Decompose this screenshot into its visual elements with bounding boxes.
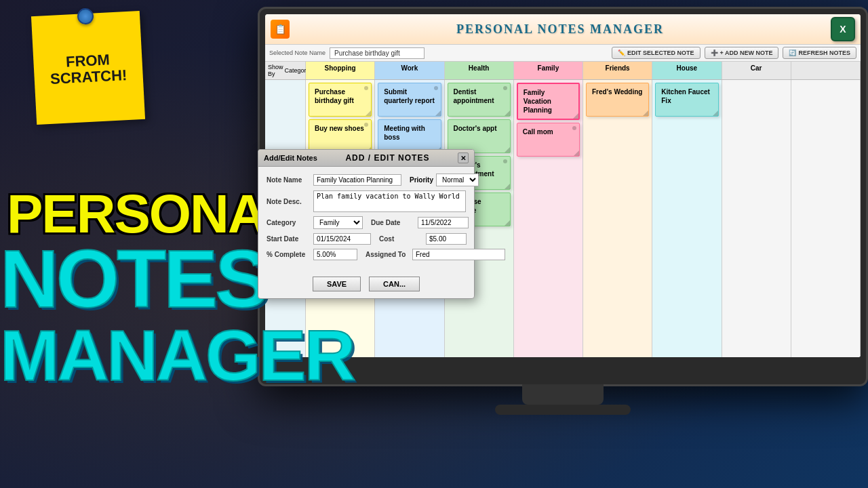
car-label: Car <box>751 64 762 72</box>
title-notes: NOTES <box>0 244 267 313</box>
note-quarterly-report[interactable]: Submit quarterly report <box>378 83 441 117</box>
excel-badge-text: X <box>840 24 846 35</box>
note-desc-input[interactable]: Plan family vacation to Wally World <box>313 190 466 212</box>
note-call-mom[interactable]: Call mom <box>517 123 580 157</box>
note-dot <box>503 86 507 90</box>
note-meeting-boss[interactable]: Meeting with boss <box>378 119 441 153</box>
note-text: Call mom <box>523 128 553 136</box>
category-select[interactable]: Family Shopping Work Health Friends Hous… <box>313 216 363 229</box>
category-extra <box>791 62 861 79</box>
note-dot <box>503 159 507 163</box>
title-manager-container: MANAGER <box>0 325 353 386</box>
category-shopping[interactable]: Shopping <box>306 62 375 79</box>
due-date-label: Due Date <box>371 219 415 226</box>
dialog-titlebar: Add/Edit Notes ADD / EDIT NOTES ✕ <box>258 150 474 167</box>
note-text: Kitchen Faucet Fix <box>661 88 710 104</box>
refresh-notes-button[interactable]: 🔄 REFRESH NOTES <box>783 47 856 59</box>
note-desc-label: Note Desc. <box>267 198 311 205</box>
app-icon: 📋 <box>271 20 290 39</box>
note-dentist[interactable]: Dentist appointment <box>448 83 511 117</box>
note-doctor-appt[interactable]: Doctor's appt <box>448 119 511 153</box>
car-column <box>722 80 791 357</box>
note-text: Buy new shoes <box>315 125 364 132</box>
due-date-input[interactable] <box>418 217 469 228</box>
friends-column: Fred's Wedding <box>583 80 652 357</box>
refresh-btn-label: REFRESH NOTES <box>798 49 850 56</box>
edit-btn-label: EDIT SELECTED NOTE <box>627 49 694 56</box>
selected-note-value: Purchase birthday gift <box>330 47 425 59</box>
category-due-row: Category Family Shopping Work Health Fri… <box>267 216 466 229</box>
monitor-base <box>495 405 631 415</box>
dialog-buttons: SAVE CAN... <box>258 271 474 298</box>
pct-complete-label: % Complete <box>267 251 311 258</box>
title-notes-container: NOTES <box>0 244 267 313</box>
note-text: Submit quarterly report <box>384 88 434 104</box>
cost-label: Cost <box>379 235 423 243</box>
note-text: Doctor's appt <box>454 125 497 132</box>
note-text: Purchase birthday gift <box>315 88 354 104</box>
sticky-text: FROMSCRATCH! <box>49 51 127 87</box>
start-cost-row: Start Date Cost <box>267 233 466 245</box>
dialog-title-text: Add/Edit Notes <box>264 154 317 162</box>
family-label: Family <box>538 64 559 72</box>
note-text: Family Vacation Planning <box>524 89 552 114</box>
note-name-label: Note Name <box>267 176 311 184</box>
edit-selected-note-button[interactable]: ✏️ EDIT SELECTED NOTE <box>612 47 701 59</box>
note-text: Dentist appointment <box>454 88 494 104</box>
dialog-close-button[interactable]: ✕ <box>458 152 469 163</box>
dialog-heading: ADD / EDIT NOTES <box>317 153 458 163</box>
cost-input[interactable] <box>426 233 467 245</box>
toolbar: Selected Note Name Purchase birthday gif… <box>265 45 861 62</box>
house-label: House <box>677 64 698 72</box>
category-health[interactable]: Health <box>445 62 514 79</box>
cancel-button[interactable]: CAN... <box>369 277 420 291</box>
show-by-cell: Show By Category ▼ <box>265 62 306 79</box>
assigned-to-label: Assigned To <box>366 251 410 258</box>
title-manager: MANAGER <box>0 325 353 386</box>
category-car[interactable]: Car <box>722 62 791 79</box>
dialog-body: Note Name Priority Normal Low High Note … <box>258 167 474 271</box>
category-house[interactable]: House <box>652 62 722 79</box>
work-label: Work <box>401 64 418 72</box>
app-header: 📋 PERSONAL NOTES MANAGER X <box>265 14 861 45</box>
add-icon: ➕ <box>711 49 718 56</box>
note-purchase-birthday[interactable]: Purchase birthday gift <box>309 83 372 117</box>
title-personal-container: PERSONAL <box>7 190 298 239</box>
house-column: Kitchen Faucet Fix <box>652 80 722 357</box>
add-new-note-button[interactable]: ➕ + ADD NEW NOTE <box>705 47 779 59</box>
note-buy-shoes[interactable]: Buy new shoes <box>309 119 372 153</box>
category-work[interactable]: Work <box>375 62 444 79</box>
add-edit-dialog: Add/Edit Notes ADD / EDIT NOTES ✕ Note N… <box>258 149 475 299</box>
note-dot <box>364 123 368 127</box>
friends-label: Friends <box>606 64 630 72</box>
note-family-vacation[interactable]: Family Vacation Planning <box>517 83 580 120</box>
add-btn-label: + ADD NEW NOTE <box>720 49 773 56</box>
category-friends[interactable]: Friends <box>583 62 652 79</box>
edit-icon: ✏️ <box>618 49 625 56</box>
extra-column <box>791 80 861 357</box>
note-name-input[interactable] <box>313 174 401 186</box>
note-name-row: Note Name Priority Normal Low High <box>267 174 466 186</box>
category-label: Category <box>267 219 311 226</box>
start-date-input[interactable] <box>313 233 371 245</box>
category-family[interactable]: Family <box>514 62 583 79</box>
note-kitchen-faucet[interactable]: Kitchen Faucet Fix <box>655 83 718 117</box>
monitor-stand <box>522 384 604 405</box>
save-button[interactable]: SAVE <box>313 277 361 291</box>
health-label: Health <box>469 64 490 72</box>
priority-label: Priority <box>410 176 433 184</box>
note-freds-wedding[interactable]: Fred's Wedding <box>586 83 649 117</box>
note-dot <box>572 126 576 130</box>
pct-complete-input[interactable] <box>313 249 357 260</box>
wall-sticky-note: FROMSCRATCH! <box>31 11 145 125</box>
family-column: Family Vacation Planning Call mom <box>514 80 583 357</box>
assigned-to-input[interactable] <box>412 249 505 260</box>
complete-assigned-row: % Complete Assigned To <box>267 249 466 260</box>
shopping-label: Shopping <box>325 64 356 72</box>
note-desc-row: Note Desc. Plan family vacation to Wally… <box>267 190 466 212</box>
category-header-row: Show By Category ▼ Shopping Work Health <box>265 62 861 80</box>
note-text: Meeting with boss <box>384 125 425 141</box>
start-date-label: Start Date <box>267 235 311 243</box>
note-text: Fred's Wedding <box>592 88 642 96</box>
priority-select[interactable]: Normal Low High <box>436 174 479 186</box>
